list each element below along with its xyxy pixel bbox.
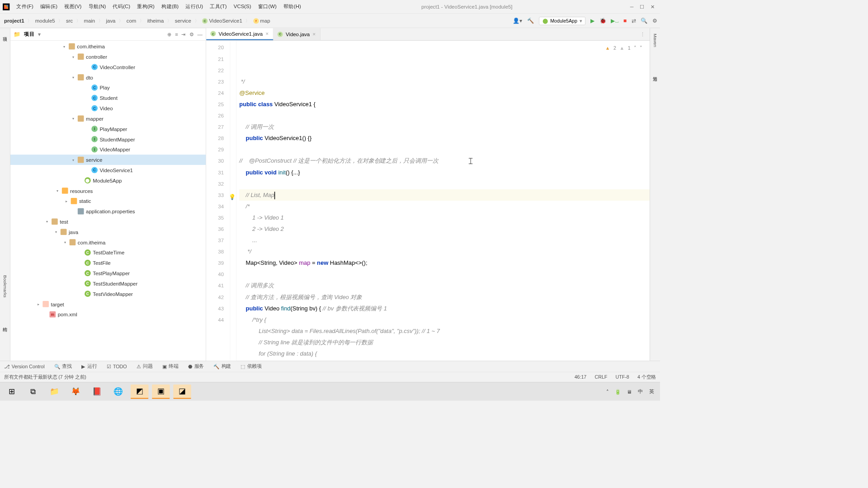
right-tab-notifications[interactable]: 通知 [651, 70, 659, 76]
menu-item[interactable]: 构建(B) [159, 3, 181, 10]
tree-item[interactable]: CVideo [10, 103, 206, 113]
settings-icon[interactable]: ⚙ [652, 18, 657, 24]
tree-item[interactable]: ⬤Module5App [10, 175, 206, 186]
left-tab-bookmarks[interactable]: Bookmarks [2, 272, 8, 300]
menu-item[interactable]: 导航(N) [85, 3, 108, 10]
project-tree[interactable]: ▾com.itheima▾controllerCVideoController▾… [10, 41, 206, 361]
editor-tab[interactable]: CVideoService1.java✕ [206, 28, 273, 40]
datagrip-icon[interactable]: ◪ [173, 385, 191, 399]
breadcrumb-item[interactable]: fmap [252, 17, 271, 24]
intellij-icon[interactable]: ◩ [131, 385, 149, 399]
tree-item[interactable]: ▾resources [10, 186, 206, 196]
breadcrumb-item[interactable]: module5 [34, 17, 57, 24]
build-hammer-icon[interactable]: 🔨 [527, 18, 534, 24]
close-tab-icon[interactable]: ✕ [312, 32, 316, 37]
tree-item[interactable]: ▾com.itheima [10, 41, 206, 52]
tree-item[interactable]: CTestStudentMapper [10, 278, 206, 289]
tree-item[interactable]: ▸target [10, 299, 206, 310]
tree-item[interactable]: ▾com.itheima [10, 237, 206, 248]
tray-chevron-icon[interactable]: ˄ [606, 389, 609, 394]
tray-monitor-icon[interactable]: 🖥 [627, 389, 632, 394]
tree-item[interactable]: CPlay [10, 82, 206, 93]
menu-item[interactable]: 代码(C) [110, 3, 133, 10]
bottom-tool-item[interactable]: ⬚依赖项 [241, 363, 261, 370]
close-tab-icon[interactable]: ✕ [265, 31, 269, 36]
collapse-icon[interactable]: ⇥ [181, 31, 186, 38]
hide-icon[interactable]: — [197, 31, 202, 37]
bottom-tool-item[interactable]: ▶运行 [81, 363, 97, 370]
tree-item[interactable]: CVideoService1 [10, 165, 206, 175]
left-tab-project[interactable]: 项目 [1, 31, 9, 36]
menu-item[interactable]: VCS(S) [231, 3, 254, 10]
tree-item[interactable]: IStudentMapper [10, 134, 206, 145]
menu-item[interactable]: 编辑(E) [38, 3, 60, 10]
tree-item[interactable]: ▾test [10, 216, 206, 227]
tree-item[interactable]: mpom.xml [10, 309, 206, 319]
breadcrumb-item[interactable]: service [174, 17, 193, 24]
tree-item[interactable]: ▸static [10, 196, 206, 206]
tray-battery-icon[interactable]: 🔋 [615, 389, 621, 394]
tree-item[interactable]: CTestDateTime [10, 247, 206, 258]
bottom-tool-item[interactable]: 🔨构建 [213, 363, 231, 370]
tree-item[interactable]: CTestPlayMapper [10, 268, 206, 278]
maximize-button[interactable]: ☐ [640, 4, 644, 9]
tree-item[interactable]: ▾controller [10, 52, 206, 62]
bottom-tool-item[interactable]: 🔍查找 [54, 363, 72, 370]
tab-list-icon[interactable]: ⋮ [640, 32, 645, 37]
start-button[interactable]: ⊞ [3, 385, 21, 399]
stop-button[interactable]: ■ [623, 18, 627, 24]
menu-item[interactable]: 重构(R) [134, 3, 157, 10]
right-tab-maven[interactable]: Maven [652, 31, 658, 50]
breadcrumb-item[interactable]: java [104, 17, 117, 24]
status-item[interactable]: 46:17 [575, 374, 587, 380]
menu-item[interactable]: 工具(T) [207, 3, 230, 10]
git-update-icon[interactable]: ⇄ [632, 18, 636, 24]
firefox-icon[interactable]: 🦊 [67, 385, 85, 399]
bottom-tool-item[interactable]: ⎇Version Control [4, 364, 45, 369]
locate-icon[interactable]: ⊕ [167, 31, 172, 38]
tree-item[interactable]: ▾service [10, 155, 206, 165]
tree-item[interactable]: IPlayMapper [10, 124, 206, 134]
run-button[interactable]: ▶ [590, 18, 594, 24]
run-config-selector[interactable]: ⬤ Module5App ▾ [539, 17, 585, 25]
menu-item[interactable]: 文件(F) [14, 3, 36, 10]
inspection-widget[interactable]: ▲2 ▲1 ˄˅ [605, 42, 642, 54]
close-button[interactable]: ✕ [651, 4, 655, 9]
menu-item[interactable]: 窗口(W) [255, 3, 279, 10]
breadcrumb-item[interactable]: CVideoService1 [201, 17, 244, 24]
gear-icon[interactable]: ⚙ [189, 31, 194, 38]
ime-indicator-1[interactable]: 中 [638, 389, 643, 395]
user-icon[interactable]: 👤▾ [513, 18, 522, 24]
menu-item[interactable]: 帮助(H) [281, 3, 304, 10]
status-item[interactable]: 4 个空格 [637, 374, 656, 380]
breadcrumb[interactable]: project1〉module5〉src〉main〉java〉com〉ithei… [3, 17, 271, 24]
menu-item[interactable]: 视图(V) [61, 3, 84, 10]
menu-item[interactable]: 运行(U) [183, 3, 206, 10]
bottom-tool-item[interactable]: ⬣服务 [188, 363, 204, 370]
tree-item[interactable]: ▾mapper [10, 113, 206, 124]
tree-item[interactable]: IVideoMapper [10, 144, 206, 155]
office-icon[interactable]: 📕 [88, 385, 106, 399]
ime-indicator-2[interactable]: 英 [649, 389, 654, 395]
expand-icon[interactable]: ≡ [175, 31, 178, 37]
breadcrumb-item[interactable]: com [125, 17, 138, 24]
status-item[interactable]: CRLF [595, 374, 608, 380]
main-menu[interactable]: 文件(F)编辑(E)视图(V)导航(N)代码(C)重构(R)构建(B)运行(U)… [14, 3, 303, 10]
tree-item[interactable]: CVideoController [10, 62, 206, 72]
tree-item[interactable]: ▾java [10, 227, 206, 237]
minimize-button[interactable]: ─ [630, 4, 634, 9]
bottom-tool-item[interactable]: ▣终端 [162, 363, 179, 370]
tree-item[interactable]: ▾dto [10, 72, 206, 83]
status-item[interactable]: UTF-8 [616, 374, 629, 380]
editor-tab[interactable]: CVideo.java✕ [274, 28, 321, 40]
breadcrumb-item[interactable]: project1 [3, 17, 25, 24]
tree-item[interactable]: CStudent [10, 93, 206, 103]
breadcrumb-item[interactable]: itheima [146, 17, 165, 24]
terminal-icon[interactable]: ▣ [152, 385, 170, 399]
bottom-tool-item[interactable]: ☑TODO [107, 364, 127, 369]
code-area[interactable]: ▲2 ▲1 ˄˅ */@Servicepublic class VideoSer… [236, 41, 650, 361]
edge-icon[interactable]: 🌐 [109, 385, 127, 399]
debug-button[interactable]: 🐞 [599, 18, 606, 24]
task-view-button[interactable]: ⧉ [24, 385, 42, 399]
bottom-tool-item[interactable]: ⚠问题 [137, 363, 153, 370]
